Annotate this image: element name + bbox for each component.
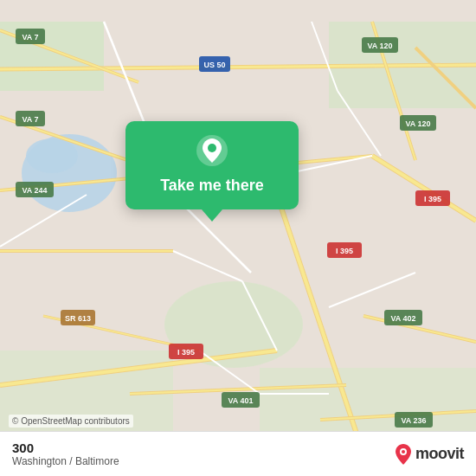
moovit-logo: moovit <box>395 444 464 465</box>
svg-text:VA 7: VA 7 <box>22 115 38 124</box>
map-container: VA 7 US 50 VA 120 VA 120 VA 244 VA 244 I… <box>0 0 476 476</box>
svg-text:I 395: I 395 <box>424 195 441 203</box>
svg-text:I 395: I 395 <box>336 247 353 255</box>
location-city: Washington / Baltimore <box>12 455 119 467</box>
svg-text:VA 402: VA 402 <box>390 314 415 323</box>
svg-text:VA 244: VA 244 <box>22 186 47 195</box>
moovit-brand-text: moovit <box>415 445 464 463</box>
map-background: VA 7 US 50 VA 120 VA 120 VA 244 VA 244 I… <box>0 0 476 476</box>
bottom-bar: 300 Washington / Baltimore moovit <box>0 431 476 476</box>
svg-point-76 <box>208 144 216 152</box>
map-attribution: © OpenStreetMap contributors <box>9 415 133 428</box>
moovit-pin-icon <box>395 444 412 465</box>
svg-text:VA 120: VA 120 <box>405 119 430 128</box>
svg-text:US 50: US 50 <box>203 61 225 69</box>
take-me-there-label: Take me there <box>160 177 264 196</box>
svg-point-78 <box>402 450 405 453</box>
location-info: 300 Washington / Baltimore <box>12 441 119 467</box>
svg-text:VA 236: VA 236 <box>401 416 426 425</box>
svg-text:VA 120: VA 120 <box>367 42 392 50</box>
location-name: 300 <box>12 441 119 455</box>
svg-text:SR 613: SR 613 <box>65 314 91 323</box>
svg-text:VA 7: VA 7 <box>22 33 38 42</box>
svg-point-2 <box>26 138 78 173</box>
svg-text:I 395: I 395 <box>177 348 195 357</box>
take-me-there-card[interactable]: Take me there <box>125 121 299 209</box>
svg-text:VA 401: VA 401 <box>228 396 253 405</box>
location-pin-icon <box>195 133 229 168</box>
